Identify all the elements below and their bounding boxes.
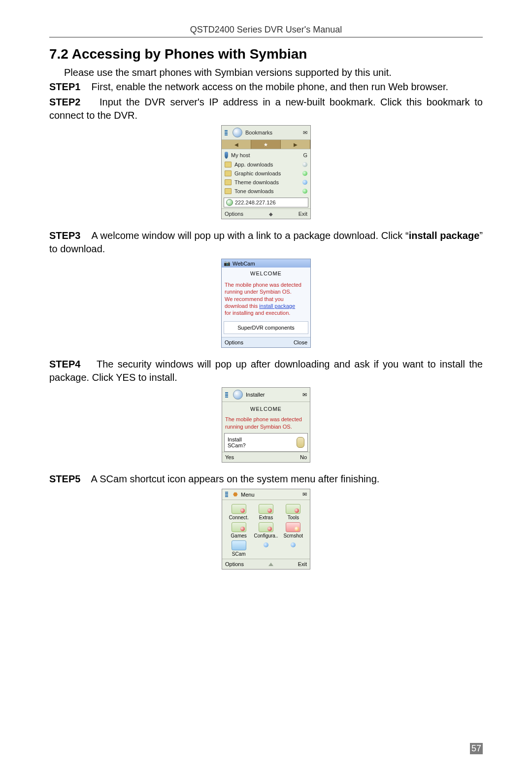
menu-item-games[interactable]: Games [226,522,251,538]
step4-label: STEP4 [49,359,80,369]
figure-installer: Installer ✉ WELCOME The mobile phone was… [49,387,483,463]
scam-icon [232,540,246,550]
section-title: 7.2 Accessing by Phones with Symbian [49,46,483,62]
row-tonedl[interactable]: Tone downloads [222,187,310,196]
folder-icon [225,170,232,176]
menu-screen: ⬣ Menu ✉ Connect. Extras Tools Games Con… [222,489,310,570]
folder-icon [225,188,232,194]
g-badge: G [303,152,307,158]
softkey-right[interactable]: Close [294,339,307,345]
ip-input-row[interactable]: 222.248.227.126 [224,198,308,207]
step5-text: A SCam shortcut icon appears on the syst… [91,473,379,484]
menu-label: Tools [281,515,306,520]
step4-text: The security windows will pop up after d… [49,359,483,383]
row-graphicdl[interactable]: Graphic downloads [222,169,310,178]
status-dot [302,180,307,185]
globe-icon [226,199,233,206]
folder-icon [225,162,232,168]
softkey-no[interactable]: No [300,454,307,460]
softkey-right[interactable]: Exit [298,561,307,567]
components-button[interactable]: SuperDVR components [224,321,308,334]
webcam-welcome: WELCOME [222,268,310,279]
tab-left[interactable]: ◀ [222,140,251,149]
webcam-line2: running under Symbian OS. [225,288,307,295]
menu-item-scrnshot[interactable]: Scrnshot [281,522,306,538]
menu-label: Extras [253,515,278,520]
app-icon [286,522,300,532]
softkey-left[interactable]: Options [225,561,244,567]
menu-item-extras[interactable]: Extras [253,504,278,520]
installer-welcome: WELCOME [222,402,310,416]
app-icon [259,522,273,532]
scroll-icon [297,437,304,448]
install-q1: Install [228,436,246,442]
step2: STEP2 Input the DVR server's IP address … [49,96,483,122]
menu-item-connect[interactable]: Connect. [226,504,251,520]
manual-header: QSTD2400 Series DVR User's Manual [49,25,483,35]
menu-item-config[interactable]: Configura.. [253,522,278,538]
slot-dot [264,542,268,547]
menu-label: SCam [226,551,251,557]
signal-icon [225,392,228,398]
app-icon [232,522,246,532]
installer-line2: running under Symbian OS. [225,423,307,430]
tab-row: ◀ ★ ▶ [222,140,310,149]
globe-icon [233,128,242,137]
intro-text: Please use the smart phones with Symbian… [64,67,483,78]
install-prompt: Install SCam? [224,433,308,452]
webcam-line3: We recommend that you [225,296,307,302]
softkey-left[interactable]: Options [225,339,243,345]
figure-bookmarks: Bookmarks ✉ ◀ ★ ▶ My host G App. downloa… [49,125,483,219]
step2-text: Input the DVR server's IP address in a n… [49,97,483,121]
menu-label: Connect. [226,515,251,520]
row-myhost-label: My host [231,152,250,158]
step3-label: STEP3 [49,230,80,241]
tab-active[interactable]: ★ [251,140,281,149]
slot-dot [291,542,296,547]
row-myhost[interactable]: My host G [222,150,310,160]
menu-label: Configura.. [253,533,278,538]
menu-slot-empty [253,540,278,557]
row-graphicdl-label: Graphic downloads [234,170,281,176]
webcam-dialog: 📷 WebCam WELCOME The mobile phone was de… [221,259,311,348]
bookmarks-phone: Bookmarks ✉ ◀ ★ ▶ My host G App. downloa… [221,125,311,219]
folder-icon [225,179,232,185]
ip-value: 222.248.227.126 [235,200,276,205]
step1-text: First, enable the network access on the … [92,81,449,92]
tab-right[interactable]: ▶ [281,140,310,149]
webcam-titlebar: WebCam [233,261,255,267]
menu-label: Games [226,533,251,538]
step3: STEP3 A welcome window will pop up with … [49,229,483,256]
nav-up-icon [268,563,273,566]
row-appdl-label: App. downloads [234,162,273,168]
install-q2: SCam? [228,442,246,448]
app-icon [286,504,300,514]
row-themedl[interactable]: Theme downloads [222,178,310,187]
signal-icon [225,492,228,497]
menu-item-scam[interactable]: SCam [226,540,251,557]
install-package-link[interactable]: install package [259,303,295,309]
nav-arrows-icon: ◆ [269,211,273,217]
softkey-left[interactable]: Options [225,211,243,217]
step1: STEP1 First, enable the network access o… [49,80,483,94]
step4: STEP4 The security windows will pop up a… [49,358,483,384]
webcam-line4a: download this [225,303,259,309]
step3-text-a: A welcome window will pop up with a link… [92,230,409,241]
step1-label: STEP1 [49,81,80,92]
figure-webcam: 📷 WebCam WELCOME The mobile phone was de… [49,259,483,348]
softkey-yes[interactable]: Yes [225,454,234,460]
row-appdl[interactable]: App. downloads [222,160,310,169]
status-dot [302,162,307,167]
step2-label: STEP2 [49,97,80,107]
envelope-icon: ✉ [302,392,307,398]
envelope-icon: ✉ [303,130,307,136]
status-dot [302,189,307,194]
menu-label: Scrnshot [281,533,306,538]
menu-item-tools[interactable]: Tools [281,504,306,520]
globe-icon [233,390,243,400]
step5: STEP5 A SCam shortcut icon appears on th… [49,472,483,486]
envelope-icon: ✉ [302,491,307,498]
webcam-line5: for installing and execution. [225,309,307,316]
softkey-right[interactable]: Exit [299,211,307,217]
installer-dialog: Installer ✉ WELCOME The mobile phone was… [222,387,310,463]
